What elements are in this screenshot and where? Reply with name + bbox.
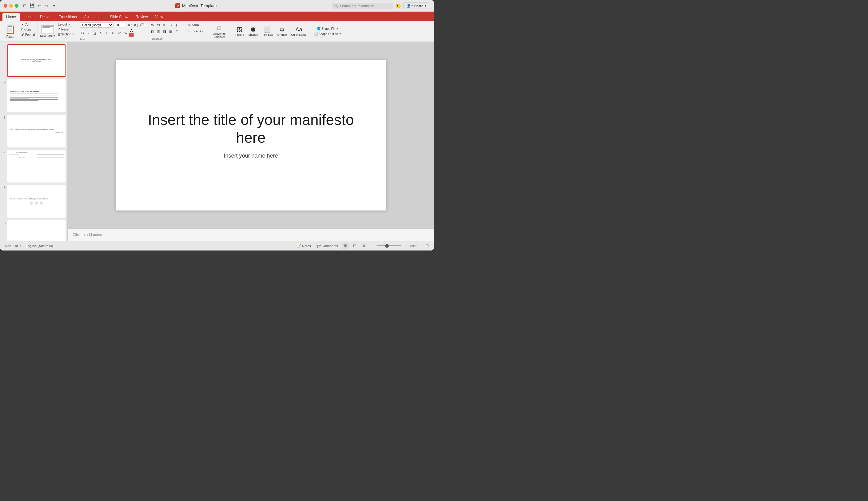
new-slide-arrow[interactable]: ▼	[53, 34, 55, 37]
shape-fill-button[interactable]: 🪣 Shape Fill ▼	[316, 27, 339, 31]
save-icon[interactable]: 💾	[30, 3, 34, 8]
undo-icon[interactable]: ↩	[37, 3, 42, 8]
comments-button[interactable]: 💬 Comments	[315, 243, 339, 248]
align-center-btn[interactable]: ◫	[156, 29, 161, 34]
redo-icon[interactable]: ↪	[44, 3, 49, 8]
justify-btn[interactable]: ▤	[168, 29, 173, 34]
columns-btn[interactable]: ⫿	[174, 22, 180, 28]
list-item[interactable]: 6	[2, 220, 66, 241]
list-item[interactable]: 5 You can use the icons below to add ima…	[2, 185, 66, 217]
font-size-input[interactable]	[114, 23, 127, 28]
strikethrough-button[interactable]: S	[98, 30, 104, 36]
slide-thumb-3[interactable]: Insert a sentence or thesis statement ab…	[7, 115, 66, 147]
underline-button[interactable]: U	[92, 30, 98, 36]
normal-view-button[interactable]: ⊞	[342, 243, 349, 249]
format-button[interactable]: 🖌 Format	[20, 33, 36, 36]
clear-format-btn[interactable]: ⌫	[139, 22, 145, 28]
list-item[interactable]: 3 Insert a sentence or thesis statement …	[2, 115, 66, 147]
list-item[interactable]: 4 The Insert Image here Insert text here	[2, 150, 66, 182]
section-button[interactable]: ▦ Section ▼	[57, 32, 75, 36]
indent-increase-btn[interactable]: ⇥	[168, 22, 173, 28]
sidebar-icon[interactable]: ⊟	[22, 3, 27, 8]
align-middle-btn[interactable]: ⊥	[180, 29, 186, 34]
copy-button[interactable]: ⧉ Copy	[20, 28, 36, 32]
fit-slide-button[interactable]: ⊡	[424, 243, 430, 249]
reading-view-button[interactable]: ⧉	[360, 243, 367, 249]
reset-button[interactable]: ↺ Reset	[57, 28, 75, 31]
font-color-btn[interactable]: A	[129, 29, 134, 37]
close-button[interactable]	[4, 4, 7, 8]
section-icon: ▦	[57, 33, 60, 36]
slide-subtitle[interactable]: Insert your name here	[224, 153, 278, 159]
superscript-button[interactable]: x²	[104, 30, 110, 36]
shape-format-group: 🪣 Shape Fill ▼ ⬜ Shape Outline ▼	[311, 22, 345, 41]
paste-button[interactable]: 📋 Paste	[2, 23, 18, 39]
share-button[interactable]: 👤+ Share ▲	[403, 2, 430, 9]
grid-view-button[interactable]: ⊟	[351, 243, 358, 249]
tab-animations[interactable]: Animations	[80, 13, 106, 21]
rtl-btn[interactable]: ←A	[193, 29, 198, 34]
maximize-button[interactable]	[15, 4, 19, 8]
font-select[interactable]: Calibri (Body)	[80, 22, 113, 28]
tab-insert[interactable]: Insert	[20, 13, 36, 21]
tab-design[interactable]: Design	[36, 13, 55, 21]
more-icon[interactable]: ▼	[52, 3, 57, 8]
align-left-btn[interactable]: ◧	[150, 29, 155, 34]
minimize-button[interactable]	[9, 4, 13, 8]
shadow-btn[interactable]: Aˢ	[117, 30, 122, 36]
zoom-slider[interactable]	[377, 245, 401, 246]
zoom-out-button[interactable]: −	[370, 243, 375, 249]
slide-thumb-6[interactable]	[7, 220, 66, 241]
cut-button[interactable]: ✂ Cut	[20, 22, 36, 26]
slide-title[interactable]: Insert the title of your manifesto here	[143, 111, 359, 147]
cut-icon: ✂	[21, 23, 24, 26]
decrease-font-btn[interactable]: A↓	[133, 22, 139, 28]
list-item[interactable]: 2 Instructions on how to use this templa…	[2, 79, 66, 112]
convert-smartart-mini-btn[interactable]: SmA	[193, 22, 198, 28]
notes-area[interactable]: Click to add notes	[68, 228, 434, 241]
align-bottom-btn[interactable]: ⊦	[186, 29, 192, 34]
tab-home[interactable]: Home	[2, 13, 20, 21]
bold-button[interactable]: B	[80, 30, 85, 36]
subscript-button[interactable]: x₂	[110, 30, 116, 36]
new-slide-label[interactable]: New Slide	[40, 34, 53, 38]
numbering-btn[interactable]: ≡1	[156, 22, 161, 28]
shape-outline-icon: ⬜	[314, 32, 318, 36]
slide-canvas[interactable]: Insert the title of your manifesto here …	[116, 60, 386, 211]
quick-styles-button[interactable]: Aa Quick Styles	[290, 23, 308, 39]
list-item[interactable]: 1 Insert the title of your manifesto her…	[2, 44, 66, 77]
notes-button[interactable]: 📝 Notes	[295, 243, 313, 248]
slide-thumb-4[interactable]: The Insert Image here Insert text here	[7, 150, 66, 182]
ltr-btn[interactable]: A→	[199, 29, 204, 34]
ribbon-tabs: Home Insert Design Transitions Animation…	[0, 12, 434, 21]
arrange-button[interactable]: ⧉ Arrange	[275, 23, 288, 39]
bullets-btn[interactable]: ≡•	[150, 22, 155, 28]
increase-font-btn[interactable]: A↑	[127, 22, 132, 28]
line-spacing-btn[interactable]: ↕	[180, 22, 186, 28]
zoom-in-button[interactable]: +	[402, 243, 408, 249]
text-box-button[interactable]: ⬜ Text Box	[261, 23, 274, 39]
slide-thumb-2[interactable]: Instructions on how to use this template	[7, 79, 66, 112]
layout-button[interactable]: Layout ▼	[57, 22, 75, 26]
convert-smartart-button[interactable]: ⧉ Convert to SmartArt	[209, 23, 229, 40]
spacing-btn[interactable]: AV	[123, 30, 128, 36]
tab-slideshow[interactable]: Slide Show	[106, 13, 132, 21]
shape-outline-button[interactable]: ⬜ Shape Outline ▼	[313, 32, 343, 36]
tab-transitions[interactable]: Transitions	[55, 13, 80, 21]
search-input[interactable]	[340, 4, 391, 8]
slide-thumb-1[interactable]: Insert the title of your manifesto here …	[7, 44, 66, 77]
align-top-btn[interactable]: ⊤	[174, 29, 180, 34]
align-right-btn[interactable]: ◨	[162, 29, 167, 34]
italic-button[interactable]: I	[86, 30, 91, 36]
shape-fill-icon: 🪣	[317, 27, 321, 31]
search-box[interactable]: 🔍	[332, 3, 393, 9]
text-direction-btn[interactable]: ⇅	[186, 22, 192, 28]
tab-review[interactable]: Review	[132, 13, 151, 21]
comments-icon: 💬	[316, 244, 321, 248]
emoji-icon[interactable]: 🙂	[395, 3, 401, 8]
tab-view[interactable]: View	[151, 13, 167, 21]
slide-thumb-5[interactable]: You can use the icons below to add image…	[7, 185, 66, 217]
shapes-button[interactable]: ⬟ Shapes	[247, 23, 259, 39]
picture-button[interactable]: 🖼 Picture	[234, 23, 246, 39]
indent-decrease-btn[interactable]: ⇤	[162, 22, 167, 28]
